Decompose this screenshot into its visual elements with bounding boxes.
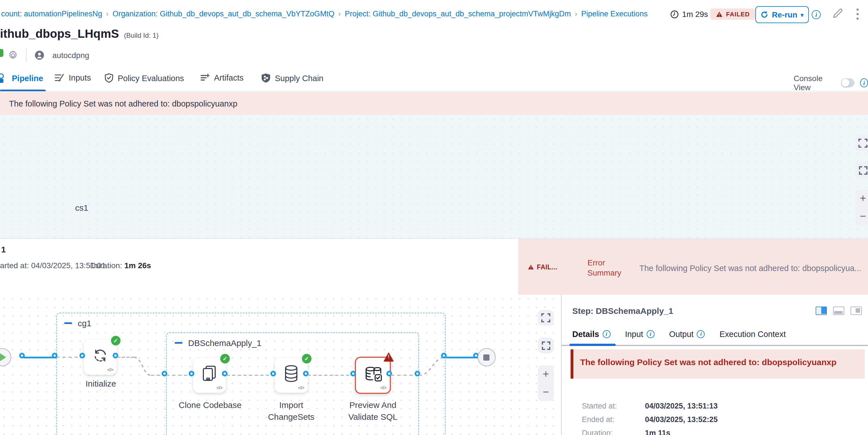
user-avatar-icon — [34, 50, 44, 60]
chevron-down-icon: ▾ — [801, 11, 804, 18]
step-label-preview-validate-sql[interactable]: Preview And Validate SQL — [339, 399, 407, 423]
stop-icon — [483, 354, 490, 361]
code-icon: </> — [380, 385, 386, 391]
tab-supply-chain-label: Supply Chain — [275, 73, 323, 83]
console-view-info-icon[interactable]: i — [860, 78, 868, 87]
tab-policy-evaluations[interactable]: Policy Evaluations — [105, 73, 184, 83]
step-execution-graph[interactable]: cg1 DBSchemaApply_1 </> ✓ Initialize — [0, 295, 561, 435]
tab-policy-evaluations-label: Policy Evaluations — [118, 73, 184, 83]
step-node-import-changesets[interactable]: </> ✓ — [275, 358, 308, 393]
tab-artifacts-label: Artifacts — [214, 73, 244, 82]
zoom-in-button[interactable]: + — [543, 368, 549, 380]
tab-bar: Pipeline Inputs Policy Evaluations Artif… — [0, 68, 868, 91]
zoom-control[interactable]: + − — [855, 189, 868, 225]
tab-supply-chain[interactable]: Supply Chain — [261, 73, 323, 83]
list-plus-icon — [200, 73, 210, 82]
policy-violation-banner: The following Policy Set was not adhered… — [0, 92, 868, 115]
group-cg1-label[interactable]: cg1 — [64, 318, 91, 328]
tab-output[interactable]: Output i — [669, 330, 705, 339]
layout-right-split-icon[interactable] — [816, 307, 827, 315]
layout-floating-panel-icon[interactable] — [850, 307, 862, 315]
connector-port[interactable] — [113, 353, 118, 359]
inputs-icon — [55, 73, 64, 82]
sync-icon — [92, 347, 109, 364]
breadcrumb-account[interactable]: count: automationPipelinesNg — [1, 9, 102, 18]
console-view-toggle[interactable] — [841, 78, 854, 87]
group-dbschemaapply-label[interactable]: DBSchemaApply_1 — [175, 338, 261, 348]
stage-duration-label: Duration: — [90, 261, 122, 270]
marquee-select-button[interactable] — [855, 162, 868, 178]
connector-port[interactable] — [52, 353, 58, 359]
tab-input[interactable]: Input i — [625, 330, 654, 339]
detail-ended-value: 04/03/2025, 13:52:25 — [645, 415, 718, 424]
connector-port[interactable] — [189, 371, 194, 376]
database-icon — [283, 365, 299, 382]
page-title: ithub_dbops_LHqmS(Build Id: 1) — [0, 27, 159, 40]
execution-info-icon[interactable]: i — [812, 10, 821, 19]
collapse-icon[interactable] — [64, 322, 72, 324]
breadcrumb-project[interactable]: Project: Github_db_devops_aut_db_schema_… — [345, 9, 571, 18]
tab-artifacts[interactable]: Artifacts — [200, 73, 244, 82]
meta-row: autocdpng — [8, 49, 89, 62]
tab-details[interactable]: Details i — [572, 330, 610, 339]
status-badge: FAILED — [710, 8, 755, 20]
step-details-panel: Step: DBSchemaApply_1 Details i Input i … — [562, 295, 868, 435]
breadcrumb-pipeline-executions[interactable]: Pipeline Executions — [581, 9, 648, 18]
status-text: FAILED — [726, 11, 750, 18]
connector-port[interactable] — [162, 371, 167, 376]
execution-name: ithub_dbops_LHqmS — [0, 27, 119, 40]
gear-icon[interactable] — [8, 50, 18, 60]
fullscreen-button[interactable] — [538, 310, 554, 326]
details-info-icon[interactable]: i — [602, 330, 610, 338]
stage-label[interactable]: cs1 — [55, 203, 108, 212]
detail-started-value: 04/03/2025, 13:51:13 — [645, 402, 718, 410]
connector-port[interactable] — [222, 371, 227, 376]
rerun-button[interactable]: Re-run ▾ — [755, 6, 809, 23]
marquee-select-button[interactable] — [538, 338, 554, 353]
edit-pipeline-icon[interactable] — [832, 8, 843, 19]
meta-divider — [26, 49, 27, 62]
fullscreen-button[interactable] — [855, 135, 868, 151]
step-label-clone-codebase[interactable]: Clone Codebase — [176, 399, 244, 411]
console-view-label: Console View — [794, 74, 835, 92]
collapse-icon[interactable] — [175, 342, 183, 344]
step-node-preview-validate-sql[interactable]: </> ! — [355, 357, 391, 394]
status-icon-partial — [0, 49, 3, 57]
tab-pipeline[interactable]: Pipeline — [0, 73, 43, 83]
warning-triangle-icon — [716, 11, 723, 17]
layout-bottom-panel-icon[interactable] — [833, 307, 844, 315]
refresh-icon — [761, 11, 769, 19]
connector-curve — [134, 356, 151, 376]
zoom-in-button[interactable]: + — [860, 192, 866, 205]
play-icon — [0, 353, 6, 361]
step-node-clone-codebase[interactable]: </> ✓ — [193, 358, 226, 393]
connector-line — [445, 356, 478, 358]
breadcrumb-organization[interactable]: Organization: Github_db_devops_aut_db_sc… — [112, 9, 334, 18]
pipeline-stage-graph[interactable]: </> </> ! cs1 + − — [0, 115, 868, 239]
step-panel-tabs: Details i Input i Output i Execution Con… — [572, 330, 786, 339]
error-summary-text: The following Policy Set was not adhered… — [639, 264, 868, 273]
more-options-icon[interactable] — [856, 8, 861, 20]
code-icon: </> — [298, 385, 304, 391]
stage-fail-text: FAIL... — [537, 264, 557, 271]
elapsed-time: 1m 29s — [670, 9, 708, 19]
zoom-out-button[interactable]: − — [543, 386, 549, 398]
zoom-control[interactable]: + − — [538, 365, 554, 401]
connector-port[interactable] — [303, 371, 309, 376]
input-info-icon[interactable]: i — [647, 330, 654, 338]
step-label-initialize[interactable]: Initialize — [67, 379, 135, 388]
connector-port[interactable] — [19, 353, 25, 359]
zoom-out-button[interactable]: − — [860, 210, 866, 223]
elapsed-value: 1m 29s — [682, 9, 708, 19]
step-node-initialize[interactable]: </> ✓ — [84, 340, 117, 375]
output-info-icon[interactable]: i — [697, 330, 705, 338]
connector-port[interactable] — [386, 371, 392, 376]
shield-network-icon — [261, 73, 270, 83]
step-label-import-changesets[interactable]: Import ChangeSets — [257, 399, 325, 423]
tab-inputs[interactable]: Inputs — [55, 73, 91, 82]
connector-port[interactable] — [270, 371, 276, 376]
tab-execution-context[interactable]: Execution Context — [720, 330, 786, 339]
connector-port[interactable] — [80, 353, 85, 359]
detail-row-ended: Ended at: 04/03/2025, 13:52:25 — [582, 415, 615, 424]
connector-port[interactable] — [350, 371, 356, 376]
